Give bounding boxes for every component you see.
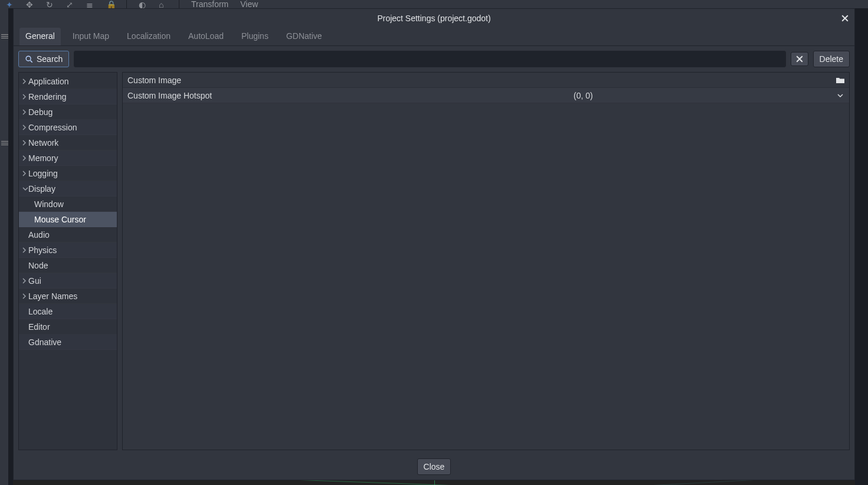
- project-settings-dialog: Project Settings (project.godot) General…: [13, 8, 855, 480]
- chevron-right-icon: [22, 278, 28, 284]
- tree-item-logging[interactable]: Logging: [19, 166, 117, 181]
- tab-localization[interactable]: Localization: [121, 28, 176, 45]
- tree-item-layer-names[interactable]: Layer Names: [19, 289, 117, 304]
- close-button-label: Close: [424, 462, 445, 471]
- tree-item-label: Gdnative: [28, 337, 61, 347]
- tree-item-gui[interactable]: Gui: [19, 273, 117, 289]
- tree-item-label: Mouse Cursor: [34, 215, 86, 224]
- delete-button-label: Delete: [820, 54, 843, 64]
- search-button[interactable]: Search: [18, 51, 69, 67]
- home-icon: ⌂: [159, 0, 167, 8]
- menu-transform[interactable]: Transform: [191, 0, 228, 9]
- dialog-tabs: General Input Map Localization AutoLoad …: [14, 28, 854, 46]
- editor-viewport-background: [13, 480, 855, 485]
- tab-gdnative[interactable]: GDNative: [280, 28, 328, 45]
- tree-item-label: Network: [28, 138, 58, 148]
- clear-filter-button[interactable]: [791, 52, 808, 66]
- close-button[interactable]: Close: [417, 458, 451, 475]
- filter-input[interactable]: [74, 51, 785, 67]
- tree-item-rendering[interactable]: Rendering: [19, 89, 117, 104]
- category-tree[interactable]: ApplicationRenderingDebugCompressionNetw…: [18, 72, 117, 450]
- tab-autoload[interactable]: AutoLoad: [182, 28, 230, 45]
- chevron-right-icon: [22, 155, 28, 161]
- tree-item-label: Memory: [28, 153, 58, 163]
- chevron-right-icon: [22, 247, 28, 253]
- dialog-close-button[interactable]: [839, 12, 851, 24]
- tree-item-label: Rendering: [28, 92, 67, 101]
- tree-item-debug[interactable]: Debug: [19, 104, 117, 120]
- move-icon: ✥: [26, 0, 34, 8]
- tree-item-label: Debug: [28, 107, 53, 117]
- tree-item-physics[interactable]: Physics: [19, 242, 117, 258]
- list-icon: ≣: [86, 0, 94, 8]
- property-panel: Custom Image Custom Image Hotspot (0, 0): [122, 72, 850, 450]
- tree-item-mouse-cursor[interactable]: Mouse Cursor: [19, 212, 117, 227]
- expand-property-button[interactable]: [835, 90, 846, 101]
- chevron-right-icon: [22, 94, 28, 100]
- editor-left-strip-background: [0, 8, 8, 485]
- tree-item-memory[interactable]: Memory: [19, 150, 117, 166]
- delete-button[interactable]: Delete: [813, 51, 850, 67]
- dialog-titlebar: Project Settings (project.godot): [14, 9, 854, 28]
- tree-item-label: Layer Names: [28, 291, 77, 301]
- tree-item-label: Application: [28, 77, 69, 86]
- chevron-right-icon: [22, 140, 28, 146]
- tree-item-audio[interactable]: Audio: [19, 227, 117, 242]
- browse-file-button[interactable]: [835, 75, 846, 86]
- shaded-icon: ◐: [139, 0, 147, 8]
- tree-item-label: Physics: [28, 245, 57, 255]
- chevron-right-icon: [22, 171, 28, 176]
- tree-item-label: Editor: [28, 322, 50, 332]
- rotate-icon: ↻: [46, 0, 54, 8]
- property-value[interactable]: (0, 0): [574, 91, 593, 100]
- tab-general[interactable]: General: [19, 28, 61, 45]
- chevron-down-icon: [837, 94, 843, 97]
- tree-item-label: Node: [28, 261, 48, 270]
- lock-icon: 🔒: [106, 0, 114, 8]
- menu-view[interactable]: View: [240, 0, 258, 9]
- search-button-label: Search: [37, 54, 63, 64]
- property-label: Custom Image Hotspot: [127, 91, 574, 100]
- chevron-right-icon: [22, 124, 28, 130]
- chevron-right-icon: [22, 293, 28, 299]
- tree-item-display[interactable]: Display: [19, 181, 117, 196]
- scale-icon: ⤢: [66, 0, 74, 8]
- tree-item-label: Window: [34, 199, 64, 209]
- tree-item-application[interactable]: Application: [19, 74, 117, 89]
- tree-item-label: Gui: [28, 276, 41, 286]
- tree-item-compression[interactable]: Compression: [19, 120, 117, 135]
- close-icon: [796, 55, 803, 63]
- chevron-down-icon: [22, 187, 28, 191]
- folder-icon: [836, 76, 845, 85]
- tree-item-gdnative[interactable]: Gdnative: [19, 335, 117, 350]
- property-label: Custom Image: [127, 76, 574, 85]
- chevron-right-icon: [22, 78, 28, 84]
- editor-toolbar-background: ✦ ✥ ↻ ⤢ ≣ 🔒 ◐ ⌂ Transform View: [0, 0, 868, 8]
- tree-item-editor[interactable]: Editor: [19, 319, 117, 335]
- svg-point-0: [26, 56, 31, 61]
- tree-item-label: Logging: [28, 169, 58, 178]
- tree-item-label: Compression: [28, 123, 77, 132]
- chevron-right-icon: [22, 109, 28, 115]
- tree-item-label: Display: [28, 184, 55, 194]
- cursor-icon: ✦: [6, 0, 14, 8]
- tree-item-network[interactable]: Network: [19, 135, 117, 150]
- tree-item-node[interactable]: Node: [19, 258, 117, 273]
- tree-item-label: Audio: [28, 230, 50, 240]
- search-icon: [25, 55, 33, 63]
- property-row: Custom Image: [123, 73, 849, 88]
- tree-item-locale[interactable]: Locale: [19, 304, 117, 319]
- tab-plugins[interactable]: Plugins: [235, 28, 274, 45]
- tree-item-label: Locale: [28, 307, 53, 316]
- dialog-title: Project Settings (project.godot): [377, 14, 490, 23]
- tab-input-map[interactable]: Input Map: [67, 28, 115, 45]
- property-row: Custom Image Hotspot (0, 0): [123, 88, 849, 103]
- tree-item-window[interactable]: Window: [19, 196, 117, 212]
- dialog-controls-row: Search Delete: [14, 46, 854, 72]
- close-icon: [841, 15, 849, 22]
